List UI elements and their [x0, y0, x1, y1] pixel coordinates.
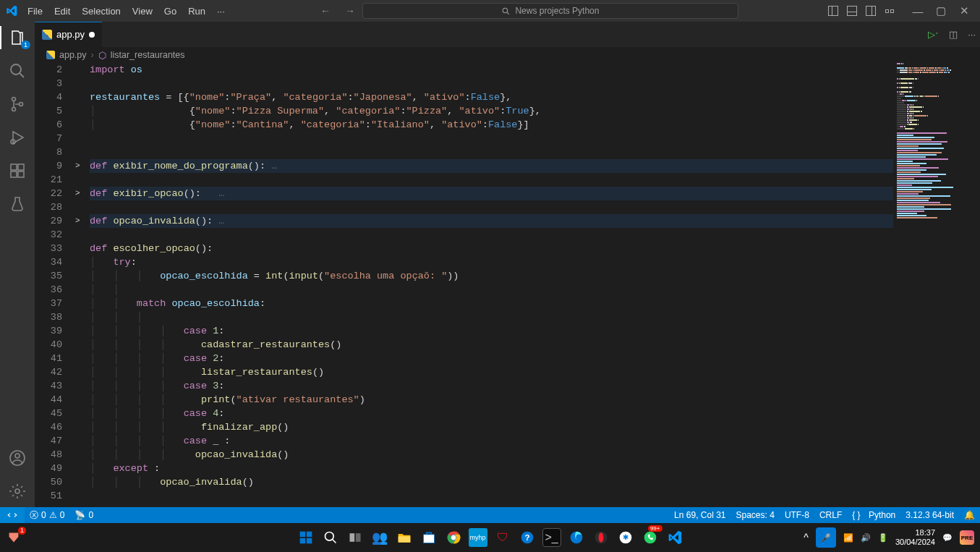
code-line[interactable]: │ │ │ │ case _ : — [90, 434, 980, 448]
taskbar-corsair-icon[interactable]: 1 — [6, 530, 22, 545]
taskbar-taskview-icon[interactable] — [346, 528, 365, 547]
activity-explorer-icon[interactable]: 1 — [9, 29, 26, 46]
activity-search-icon[interactable] — [9, 62, 26, 80]
code-line[interactable]: def exibir_opcao(): … — [90, 187, 980, 200]
code-line[interactable]: │ │ — [90, 283, 980, 297]
code-line[interactable]: │ │ │ │ case 3: — [90, 379, 980, 393]
code-line[interactable]: │ │ │ │ case 1: — [90, 324, 980, 338]
taskbar-whatsapp-icon[interactable]: 99+ — [641, 528, 660, 547]
fold-toggle[interactable]: > — [75, 214, 90, 228]
status-python-version[interactable]: 3.12.3 64-bit — [900, 507, 959, 523]
menu-item-file[interactable]: File — [22, 0, 48, 22]
systray-battery-icon[interactable]: 🔋 — [878, 533, 888, 543]
code-line[interactable]: │ {"nome":"Pizza Superma", "categoria":"… — [90, 104, 980, 118]
code-line[interactable]: │ except : — [90, 462, 980, 475]
code-line[interactable]: │ │ │ opcao_invalida() — [90, 475, 980, 489]
code-line[interactable]: │ │ │ │ print("ativar restaurantes") — [90, 393, 980, 407]
more-actions-icon[interactable]: ··· — [968, 29, 976, 40]
systray-notifications-icon[interactable]: 💬 — [942, 533, 953, 543]
split-editor-icon[interactable]: ◫ — [949, 29, 958, 40]
status-errors-warnings[interactable]: ⓧ0 ⚠0 — [25, 507, 69, 523]
code-line[interactable]: │ │ │ │ cadastrar_restaurantes() — [90, 338, 980, 352]
taskbar-mcafee-icon[interactable]: 🛡 — [493, 528, 512, 547]
activity-run-debug-icon[interactable] — [9, 129, 26, 146]
window-maximize-icon[interactable]: ▢ — [935, 4, 947, 17]
activity-source-control-icon[interactable] — [9, 95, 26, 113]
status-notifications-icon[interactable]: 🔔 — [959, 507, 980, 523]
taskbar-vscode-icon[interactable] — [665, 528, 684, 547]
code-line[interactable] — [90, 132, 980, 145]
status-spaces[interactable]: Spaces: 4 — [731, 507, 780, 523]
toggle-panel-icon[interactable] — [847, 6, 857, 16]
taskbar-app-icon[interactable]: ✱ — [616, 528, 635, 547]
code-line[interactable]: def opcao_invalida(): … — [90, 214, 980, 228]
menu-item-view[interactable]: View — [127, 0, 158, 22]
status-ports[interactable]: 📡0 — [69, 507, 98, 523]
code-line[interactable]: import os — [90, 63, 980, 77]
fold-toggle[interactable]: > — [75, 159, 90, 173]
remote-indicator[interactable] — [0, 507, 25, 523]
activity-settings-icon[interactable] — [9, 483, 26, 500]
code-line[interactable]: │ try: — [90, 255, 980, 269]
code-line[interactable]: │ │ │ │ finalizar_app() — [90, 420, 980, 434]
code-content[interactable]: import os restaurantes = [{"nome":"Praça… — [90, 63, 980, 507]
code-line[interactable] — [90, 228, 980, 242]
code-line[interactable] — [90, 145, 980, 159]
code-line[interactable] — [90, 489, 980, 503]
tab-app-py[interactable]: app.py — [35, 22, 103, 47]
code-line[interactable]: │ │ │ │ opcao_invalida() — [90, 448, 980, 462]
taskbar-search-icon[interactable] — [321, 528, 340, 547]
systray-mic-icon[interactable]: 🎤 — [816, 527, 836, 548]
status-eol[interactable]: CRLF — [814, 507, 847, 523]
taskbar-explorer-icon[interactable] — [395, 528, 414, 547]
status-language[interactable]: { } Python — [847, 507, 900, 523]
code-line[interactable]: │ │ │ — [90, 310, 980, 324]
taskbar-store-icon[interactable] — [419, 528, 438, 547]
breadcrumb-symbol[interactable]: listar_restaurantes — [111, 50, 185, 60]
code-line[interactable]: def escolher_opcao(): — [90, 242, 980, 255]
nav-back-icon[interactable]: ← — [320, 5, 331, 17]
menu-item-go[interactable]: Go — [158, 0, 182, 22]
minimap[interactable] — [893, 63, 980, 507]
code-line[interactable]: │ │ │ │ case 4: — [90, 407, 980, 420]
menu-item-run[interactable]: Run — [182, 0, 211, 22]
taskbar-opera-icon[interactable] — [592, 528, 610, 547]
fold-toggle[interactable]: > — [75, 187, 90, 200]
code-line[interactable]: │ {"nome":"Cantina", "categoria":"Italia… — [90, 118, 980, 132]
systray-chevron-icon[interactable]: ^ — [804, 532, 809, 543]
menu-item-selection[interactable]: Selection — [76, 0, 126, 22]
nav-forward-icon[interactable]: → — [345, 5, 355, 17]
code-editor[interactable]: 2345678921222829323334353637383940414243… — [35, 63, 980, 507]
code-line[interactable]: def exibir_nome_do_programa(): … — [90, 159, 980, 173]
breadcrumb[interactable]: app.py › ⬡ listar_restaurantes — [35, 47, 980, 63]
activity-testing-icon[interactable] — [9, 195, 26, 213]
menu-item-edit[interactable]: Edit — [48, 0, 76, 22]
window-close-icon[interactable]: ✕ — [958, 4, 970, 17]
taskbar-edge-icon[interactable] — [567, 528, 586, 547]
code-line[interactable]: │ │ match opcao_escolhida: — [90, 297, 980, 310]
taskbar-teams-icon[interactable]: 👥 — [370, 528, 389, 547]
toggle-primary-sidebar-icon[interactable] — [828, 6, 838, 16]
code-line[interactable]: │ │ │ │ case 2: — [90, 352, 980, 365]
code-line[interactable]: │ │ │ │ listar_restaurantes() — [90, 365, 980, 379]
taskbar-help-icon[interactable]: ? — [518, 528, 537, 547]
status-cursor[interactable]: Ln 69, Col 31 — [669, 507, 730, 523]
code-line[interactable] — [90, 77, 980, 90]
activity-extensions-icon[interactable] — [9, 162, 26, 179]
taskbar-start-icon[interactable] — [297, 528, 315, 547]
code-line[interactable] — [90, 200, 980, 214]
activity-accounts-icon[interactable] — [9, 449, 26, 467]
code-line[interactable] — [90, 173, 980, 187]
systray-volume-icon[interactable]: 🔊 — [861, 533, 871, 543]
status-encoding[interactable]: UTF-8 — [780, 507, 814, 523]
taskbar-chrome-icon[interactable] — [444, 528, 463, 547]
taskbar-terminal-icon[interactable]: >_ — [542, 528, 561, 547]
menu-item-···[interactable]: ··· — [211, 0, 231, 22]
customize-layout-icon[interactable] — [885, 6, 895, 16]
systray-wifi-icon[interactable]: 📶 — [843, 533, 853, 543]
breadcrumb-file[interactable]: app.py — [59, 50, 87, 60]
taskbar-clock[interactable]: 18:37 30/04/2024 — [895, 528, 935, 547]
code-line[interactable]: │ │ │ opcao_escolhida = int(input("escol… — [90, 269, 980, 283]
run-file-icon[interactable]: ▷˅ — [928, 29, 939, 40]
toggle-secondary-sidebar-icon[interactable] — [866, 6, 876, 16]
